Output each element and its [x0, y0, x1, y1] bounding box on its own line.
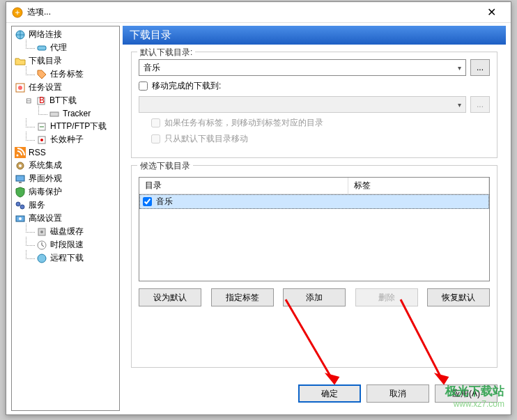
svg-text:B: B [39, 95, 45, 105]
candidate-table[interactable]: 目录 标签 音乐 [139, 177, 490, 281]
tracker-icon [49, 108, 60, 119]
svg-point-22 [40, 231, 43, 233]
monitor-icon [15, 173, 26, 185]
candidate-legend: 候选下载目录 [137, 160, 193, 172]
panel-body: 默认下载目录: 音乐 ▾ ... 移动完成的下载到: [123, 45, 506, 379]
svg-rect-2 [38, 46, 46, 50]
titlebar: 选项... ✕ [6, 2, 511, 23]
select-value: 音乐 [144, 62, 160, 74]
table-header: 目录 标签 [139, 178, 489, 194]
tree-label: 下载目录 [29, 55, 62, 67]
row-dir: 音乐 [156, 196, 173, 208]
row-checkbox[interactable] [143, 197, 152, 206]
tree-label: RSS [29, 148, 46, 157]
tree-label: 磁盘缓存 [50, 226, 84, 238]
svg-rect-16 [19, 182, 22, 183]
tree-label: 时段限速 [50, 239, 84, 251]
bt-icon: B [36, 95, 47, 107]
options-dialog: 选项... ✕ 网络连接 代理 下载目录 任务标签 任务设置 [6, 1, 511, 415]
col-dir[interactable]: 目录 [139, 178, 348, 194]
candidate-dir-group: 候选下载目录 目录 标签 音乐 设为默认 指定标签 [131, 165, 497, 368]
rss-icon [15, 147, 26, 158]
tree-label: 界面外观 [29, 173, 62, 185]
settings-tree[interactable]: 网络连接 代理 下载目录 任务标签 任务设置 B BT下载 [11, 26, 120, 411]
move-completed-label: 移动完成的下载到: [152, 80, 221, 92]
svg-point-18 [20, 205, 24, 209]
table-row[interactable]: 音乐 [139, 194, 489, 209]
tree-proxy[interactable]: 代理 [12, 41, 119, 54]
sub-check-2-box [151, 134, 160, 143]
svg-point-12 [17, 155, 19, 157]
tree-label: Tracker [63, 109, 91, 118]
tag-icon [36, 69, 47, 80]
tree-label: 任务设置 [29, 81, 62, 93]
panel-header: 下载目录 [123, 26, 506, 45]
apply-button[interactable]: 应用(A) [435, 384, 497, 403]
remote-icon [36, 253, 47, 264]
dialog-footer: 确定 取消 应用(A) [123, 379, 506, 411]
svg-point-4 [18, 86, 22, 90]
default-dir-legend: 默认下载目录: [137, 47, 195, 59]
browse-move-button: ... [470, 96, 490, 113]
close-button[interactable]: ✕ [477, 2, 505, 23]
gears-icon [15, 200, 26, 211]
app-icon [12, 7, 23, 18]
tree-task-settings[interactable]: 任务设置 [12, 81, 119, 94]
default-dir-group: 默认下载目录: 音乐 ▾ ... 移动完成的下载到: [131, 52, 497, 158]
cancel-button[interactable]: 取消 [366, 384, 429, 403]
svg-point-20 [19, 217, 22, 220]
tree-long-seed[interactable]: 长效种子 [12, 133, 119, 146]
window-title: 选项... [27, 6, 477, 18]
content: 网络连接 代理 下载目录 任务标签 任务设置 B BT下载 [6, 23, 511, 414]
tree-virus-protection[interactable]: 病毒保护 [12, 185, 119, 199]
tree-remote-download[interactable]: 远程下载 [12, 251, 119, 265]
tree-label: 网络连接 [29, 29, 62, 40]
settings-icon [15, 82, 26, 93]
tree-system-integration[interactable]: 系统集成 [12, 159, 119, 172]
tree-label: HTTP/FTP下载 [50, 120, 107, 132]
tree-label: 高级设置 [29, 212, 62, 224]
svg-rect-7 [50, 112, 59, 116]
default-dir-select[interactable]: 音乐 ▾ [139, 59, 466, 76]
tree-label: 病毒保护 [29, 186, 62, 198]
set-default-button[interactable]: 设为默认 [139, 288, 201, 306]
delete-button: 删除 [355, 288, 418, 306]
disk-icon [36, 226, 47, 238]
tree-label: 系统集成 [29, 160, 62, 171]
browse-default-button[interactable]: ... [470, 59, 490, 76]
sub-check-2-label: 只从默认下载目录移动 [164, 133, 248, 145]
tree-label: 远程下载 [50, 252, 84, 264]
tree-ui-appearance[interactable]: 界面外观 [12, 172, 119, 185]
tree-label: 长效种子 [50, 134, 84, 146]
move-completed-checkbox[interactable] [139, 81, 148, 91]
clock-icon [36, 240, 47, 251]
tree-label: 服务 [29, 199, 45, 211]
restore-button[interactable]: 恢复默认 [427, 288, 490, 306]
advanced-icon [15, 213, 26, 224]
shield-icon [15, 187, 26, 198]
move-completed-checkbox-row[interactable]: 移动完成的下载到: [139, 80, 490, 92]
tree-label: 代理 [50, 42, 67, 54]
chevron-down-icon: ▾ [458, 64, 461, 72]
globe-icon [15, 29, 26, 40]
tree-services[interactable]: 服务 [12, 199, 119, 212]
svg-point-10 [40, 139, 43, 141]
svg-rect-15 [16, 176, 24, 181]
tree-label: BT下载 [49, 95, 77, 107]
seed-icon [36, 134, 47, 146]
tree-bt-download[interactable]: B BT下载 [12, 94, 119, 107]
col-tag[interactable]: 标签 [348, 178, 489, 194]
tree-rss[interactable]: RSS [12, 146, 119, 159]
tree-task-labels[interactable]: 任务标签 [12, 68, 119, 81]
set-label-button[interactable]: 指定标签 [211, 288, 274, 306]
ok-button[interactable]: 确定 [298, 384, 361, 403]
candidate-buttons: 设为默认 指定标签 添加 删除 恢复默认 [139, 288, 490, 306]
sub-check-1-label: 如果任务有标签，则移动到标签对应的目录 [164, 117, 323, 129]
proxy-icon [36, 42, 47, 54]
sub-check-2: 只从默认下载目录移动 [151, 133, 490, 145]
svg-point-17 [16, 202, 20, 206]
http-icon [36, 121, 47, 132]
move-target-select: ▾ [139, 96, 466, 113]
add-button[interactable]: 添加 [283, 288, 346, 306]
sub-check-1-box [151, 118, 160, 127]
